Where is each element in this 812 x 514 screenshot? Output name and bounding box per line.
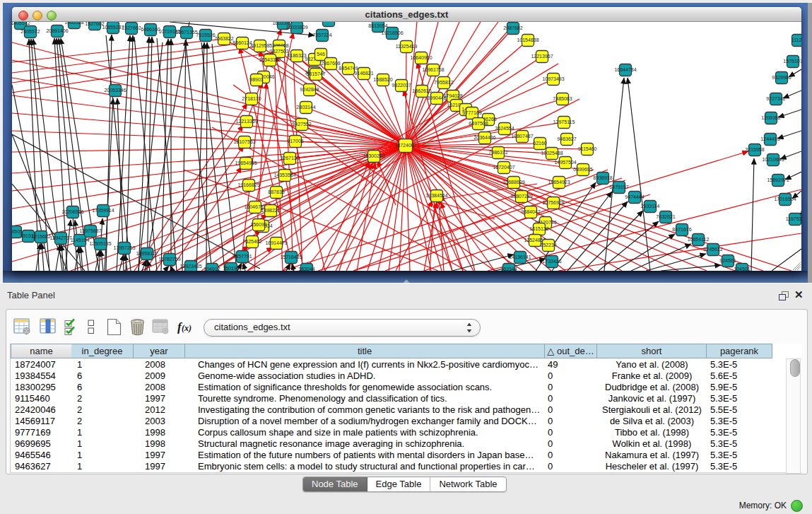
svg-text:12923485: 12923485 (180, 264, 201, 269)
svg-text:16914479: 16914479 (265, 240, 287, 245)
svg-text:7663822: 7663822 (214, 36, 233, 41)
svg-text:104912: 104912 (204, 267, 220, 271)
svg-text:163344: 163344 (500, 267, 517, 271)
svg-text:10688609: 10688609 (502, 180, 524, 185)
svg-text:2803144: 2803144 (296, 105, 315, 110)
svg-text:3815747: 3815747 (306, 71, 325, 76)
svg-text:1167534: 1167534 (786, 216, 801, 221)
svg-text:917006: 917006 (287, 139, 303, 144)
svg-text:9227342: 9227342 (766, 96, 785, 101)
svg-text:10655287: 10655287 (102, 25, 124, 30)
svg-text:20756928: 20756928 (542, 200, 564, 205)
svg-text:16782759: 16782759 (158, 257, 180, 262)
svg-text:7632621: 7632621 (656, 214, 675, 219)
svg-text:10654112: 10654112 (688, 237, 710, 242)
svg-text:1615132: 1615132 (529, 226, 548, 231)
svg-text:8912958: 8912958 (250, 43, 269, 48)
svg-text:887835: 887835 (268, 189, 284, 194)
svg-text:15716485: 15716485 (280, 255, 302, 259)
svg-text:9474444: 9474444 (625, 194, 644, 199)
svg-text:9146821: 9146821 (354, 71, 373, 76)
svg-text:15720407: 15720407 (493, 165, 514, 170)
svg-text:9245612: 9245612 (703, 247, 722, 252)
svg-text:16640910: 16640910 (410, 55, 432, 60)
svg-text:150193: 150193 (223, 266, 239, 271)
svg-text:10807487: 10807487 (511, 134, 533, 139)
svg-text:6466160: 6466160 (141, 27, 160, 32)
svg-text:7625402: 7625402 (242, 239, 261, 244)
svg-text:2405572: 2405572 (20, 29, 40, 34)
svg-text:6794028: 6794028 (443, 93, 462, 98)
svg-text:15692971: 15692971 (767, 177, 789, 182)
svg-text:15300293: 15300293 (363, 153, 384, 158)
svg-text:1145194: 1145194 (71, 238, 90, 243)
svg-text:0899695: 0899695 (573, 167, 592, 172)
svg-text:19218506: 19218506 (381, 30, 403, 35)
svg-text:881305: 881305 (320, 22, 336, 23)
svg-text:156093: 156093 (250, 222, 266, 227)
svg-text:1215682: 1215682 (31, 234, 50, 239)
svg-text:9822037: 9822037 (392, 83, 411, 88)
svg-text:9684047: 9684047 (521, 209, 540, 214)
svg-text:1405572: 1405572 (12, 22, 30, 25)
svg-text:1244415: 1244415 (760, 136, 779, 141)
svg-text:13975887: 13975887 (79, 228, 101, 233)
svg-text:7515526: 7515526 (196, 33, 215, 37)
svg-text:16961758: 16961758 (422, 67, 444, 72)
svg-text:1498222: 1498222 (261, 208, 280, 213)
svg-text:12975115: 12975115 (553, 119, 575, 124)
svg-text:8427552: 8427552 (292, 122, 311, 127)
svg-text:10958117: 10958117 (136, 251, 158, 256)
svg-text:9327503: 9327503 (269, 49, 288, 54)
svg-text:14353584: 14353584 (273, 173, 295, 177)
svg-text:20053346: 20053346 (104, 88, 126, 93)
svg-text:16107553: 16107553 (233, 139, 255, 144)
svg-text:1527602: 1527602 (122, 25, 141, 30)
svg-text:1588520: 1588520 (373, 77, 392, 82)
svg-text:6479197: 6479197 (609, 185, 628, 189)
svg-text:2087682: 2087682 (503, 25, 522, 30)
svg-text:1733426: 1733426 (542, 259, 561, 264)
svg-text:18724007: 18724007 (394, 143, 416, 148)
svg-text:11124: 11124 (792, 37, 801, 42)
svg-text:2933114: 2933114 (641, 204, 660, 209)
svg-text:12942737: 12942737 (49, 235, 71, 240)
svg-text:8471676: 8471676 (672, 227, 691, 232)
svg-text:16033809: 16033809 (286, 25, 307, 30)
svg-text:7485063: 7485063 (553, 96, 572, 101)
svg-text:20691406: 20691406 (46, 28, 68, 33)
svg-text:14136141: 14136141 (509, 255, 531, 259)
svg-text:(x): (x) (182, 323, 192, 333)
svg-text:163044: 163044 (298, 267, 314, 271)
svg-text:2867608: 2867608 (321, 61, 340, 66)
svg-text:9115460: 9115460 (578, 146, 597, 151)
svg-text:8813054: 8813054 (368, 23, 387, 28)
svg-text:3624554: 3624554 (495, 126, 514, 131)
svg-text:8938918: 8938918 (593, 175, 612, 180)
svg-text:12213359: 12213359 (235, 119, 257, 124)
svg-text:6497508: 6497508 (469, 121, 488, 126)
svg-text:20206556: 20206556 (61, 209, 83, 214)
svg-text:7986372: 7986372 (488, 150, 507, 155)
svg-text:1362615: 1362615 (412, 88, 431, 93)
svg-text:17957255: 17957255 (113, 245, 135, 250)
svg-text:9457791: 9457791 (233, 254, 252, 259)
svg-text:8454749: 8454749 (339, 66, 358, 71)
svg-text:9242848: 9242848 (300, 87, 319, 92)
svg-text:10154838: 10154838 (517, 37, 539, 42)
svg-text:14957504: 14957504 (554, 160, 576, 165)
svg-text:16543382: 16543382 (259, 57, 281, 62)
svg-text:19384554: 19384554 (425, 193, 447, 198)
svg-text:16644784: 16644784 (614, 67, 636, 72)
svg-text:104501: 104501 (734, 267, 750, 271)
svg-text:17016504: 17016504 (774, 197, 796, 201)
svg-text:10973493: 10973493 (542, 76, 564, 81)
svg-text:7357224: 7357224 (312, 33, 331, 37)
svg-text:546: 546 (317, 52, 325, 57)
svg-text:62160: 62160 (533, 141, 547, 146)
svg-text:9463627: 9463627 (557, 136, 576, 141)
svg-text:8660124: 8660124 (233, 40, 252, 45)
svg-text:12213967: 12213967 (531, 54, 553, 59)
svg-text:18807289: 18807289 (510, 194, 532, 199)
svg-text:19654985: 19654985 (235, 160, 257, 165)
